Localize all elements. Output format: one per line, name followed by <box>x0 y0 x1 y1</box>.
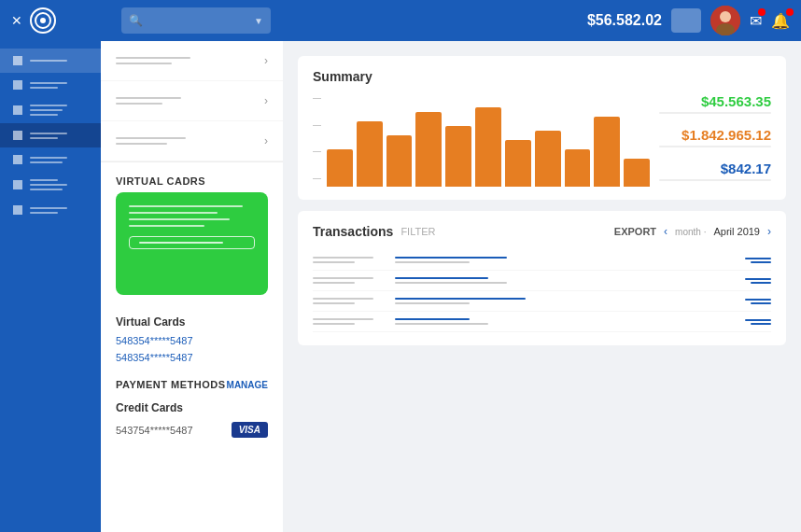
sidebar-item-3[interactable] <box>0 97 101 123</box>
menu-list: › › › <box>101 41 283 162</box>
sidebar-label-4 <box>30 133 67 139</box>
transactions-header: Transactions FILTER EXPORT ‹ month · Apr… <box>313 224 771 239</box>
mail-icon-wrapper[interactable]: ✉ <box>750 12 762 30</box>
transactions-title: Transactions <box>313 224 393 239</box>
manage-link[interactable]: MANAGE <box>227 380 268 390</box>
chart-bar <box>624 159 650 187</box>
stat-line-2 <box>659 146 771 147</box>
txn-mid-3 <box>395 298 736 304</box>
sidebar-item-2[interactable] <box>0 73 101 97</box>
sidebar-item-1[interactable] <box>0 49 101 73</box>
stat-value-2: $1.842.965.12 <box>659 127 771 143</box>
period-label: month · <box>675 227 706 237</box>
card-link-2[interactable]: 548354*****5487 <box>101 349 283 366</box>
txn-desc-1 <box>313 257 387 263</box>
sidebar-label-1 <box>30 60 67 62</box>
txn-desc-3 <box>313 298 387 304</box>
balance-display: $56.582.02 <box>587 12 662 29</box>
sidebar-icon-3 <box>13 105 22 115</box>
credit-card-number: 543754*****5487 <box>116 425 193 436</box>
chart-bar <box>565 149 591 187</box>
sidebar <box>0 41 101 532</box>
txn-mid-4 <box>395 318 736 325</box>
sidebar-label-2 <box>30 82 67 89</box>
txn-desc-4 <box>313 318 387 325</box>
search-bar[interactable]: 🔍 ▼ <box>121 7 271 34</box>
txn-right-4 <box>743 319 771 325</box>
card-line-2 <box>129 212 218 214</box>
next-month-button[interactable]: › <box>767 225 771 238</box>
sidebar-icon-1 <box>13 56 22 65</box>
period-text: April 2019 <box>713 226 760 237</box>
summary-content: — — — — $45.563.35 $1.842.965.12 <box>313 93 771 187</box>
sidebar-icon-4 <box>13 131 22 140</box>
close-icon[interactable]: ✕ <box>11 13 22 28</box>
sidebar-icon-5 <box>13 155 22 164</box>
filter-button[interactable]: FILTER <box>400 226 435 237</box>
avatar[interactable] <box>710 6 740 35</box>
summary-title: Summary <box>313 69 771 84</box>
menu-item-2[interactable]: › <box>101 81 283 121</box>
prev-month-button[interactable]: ‹ <box>664 225 668 238</box>
action-button[interactable] <box>671 8 701 33</box>
stat-value-3: $842.17 <box>659 161 771 176</box>
mail-badge <box>758 8 766 16</box>
menu-item-1[interactable]: › <box>101 41 283 81</box>
sidebar-label-7 <box>30 207 67 214</box>
chevron-down-icon: ▼ <box>254 16 263 26</box>
card-link-1[interactable]: 548354*****5487 <box>101 332 283 349</box>
search-icon: 🔍 <box>129 14 143 27</box>
stat-1: $45.563.35 <box>659 93 771 114</box>
chart-bar <box>357 121 383 187</box>
virtual-cards-section-title: VIRTUAL CADRS <box>101 162 283 192</box>
export-button[interactable]: EXPORT <box>614 226 656 237</box>
txn-desc-2 <box>313 277 387 284</box>
transaction-row-4 <box>313 312 771 332</box>
menu-item-3[interactable]: › <box>101 121 283 161</box>
card-num-line <box>139 242 223 244</box>
sidebar-item-4[interactable] <box>0 123 101 147</box>
sidebar-item-5[interactable] <box>0 147 101 172</box>
svg-point-1 <box>40 18 46 23</box>
chart-bar <box>327 149 353 187</box>
bell-badge <box>786 8 794 16</box>
menu-item-3-lines <box>116 137 186 145</box>
payment-methods-section: PAYMENT METHODS MANAGE <box>101 366 283 396</box>
visa-badge: VISA <box>232 422 268 438</box>
svg-point-3 <box>720 11 731 22</box>
bell-icon-wrapper[interactable]: 🔔 <box>771 12 790 30</box>
sidebar-item-6[interactable] <box>0 172 101 198</box>
virtual-card-display <box>116 192 268 295</box>
stat-line-3 <box>659 179 771 181</box>
right-panel: Summary — — — — $45.563.35 <box>283 41 801 532</box>
logo-icon <box>30 7 56 34</box>
virtual-cards-label: Virtual Cards <box>101 306 283 332</box>
summary-stats: $45.563.35 $1.842.965.12 $842.17 <box>659 93 771 187</box>
chart-area <box>327 93 650 187</box>
sidebar-icon-7 <box>13 205 22 215</box>
stat-3: $842.17 <box>659 161 771 181</box>
card-line-3 <box>129 218 230 220</box>
txn-mid-2 <box>395 277 736 284</box>
credit-card-row: 543754*****5487 VISA <box>101 418 283 441</box>
txn-right-2 <box>743 278 771 284</box>
card-line-4 <box>129 225 204 227</box>
header-left: ✕ <box>11 7 56 34</box>
chart-bar <box>594 117 620 187</box>
txn-mid-1 <box>395 257 736 263</box>
stat-line-1 <box>659 112 771 114</box>
sidebar-label-5 <box>30 157 67 163</box>
menu-item-1-lines <box>116 57 190 64</box>
chart-bar <box>505 140 531 187</box>
chart-bar <box>535 131 561 187</box>
payment-methods-title: PAYMENT METHODS <box>116 379 226 390</box>
stat-value-1: $45.563.35 <box>659 93 771 109</box>
sidebar-item-7[interactable] <box>0 198 101 222</box>
transaction-row-2 <box>313 271 771 291</box>
chart-bar <box>415 112 442 187</box>
chevron-right-icon-3: › <box>264 134 268 147</box>
transaction-row-1 <box>313 250 771 271</box>
card-line-1 <box>129 205 243 207</box>
transaction-row-3 <box>313 291 771 312</box>
card-lines <box>129 205 255 227</box>
